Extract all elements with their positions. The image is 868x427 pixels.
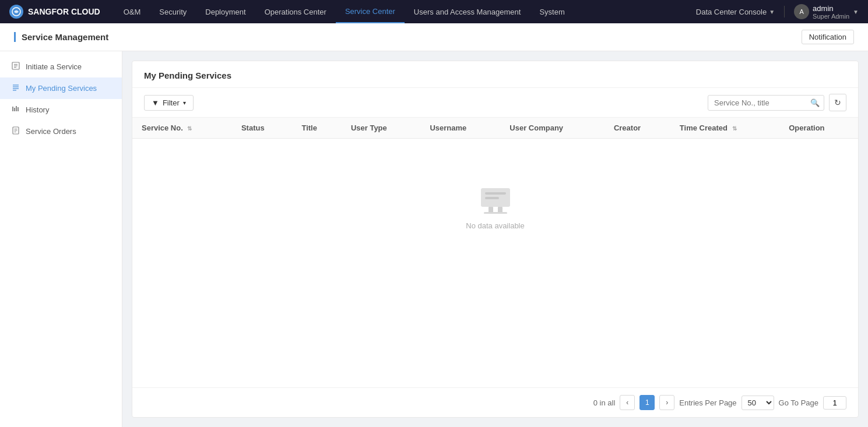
logo-icon: [9, 5, 23, 19]
user-details: admin Super Admin: [813, 4, 849, 20]
user-role: Super Admin: [813, 13, 849, 20]
search-icon-button[interactable]: 🔍: [810, 98, 820, 107]
orders-icon: [12, 126, 20, 136]
main-layout: Initiate a Service My Pending Services H…: [0, 51, 868, 427]
svg-rect-21: [498, 207, 502, 213]
card-footer: 0 in all ‹ 1 › Entries Per Page 50 10 20…: [132, 387, 858, 417]
empty-text: No data available: [466, 221, 524, 230]
goto-page-input[interactable]: [823, 396, 846, 410]
search-area: 🔍 ↻: [708, 94, 846, 111]
table-header-row: Service No. ⇅ Status Title User Type: [132, 118, 858, 139]
refresh-icon: ↻: [834, 98, 841, 107]
avatar: A: [794, 4, 809, 19]
nav-item-system[interactable]: System: [530, 0, 574, 23]
col-operation: Operation: [779, 118, 858, 139]
card-toolbar: ▼ Filter ▾ 🔍 ↻: [132, 88, 858, 118]
svg-rect-11: [16, 106, 17, 111]
nav-item-service-center[interactable]: Service Center: [336, 0, 405, 23]
sidebar-item-initiate[interactable]: Initiate a Service: [0, 56, 122, 77]
user-chevron-icon: ▼: [853, 9, 859, 15]
nav-right: Data Center Console ▼ A admin Super Admi…: [696, 4, 859, 20]
svg-rect-18: [485, 192, 506, 195]
card-title: My Pending Services: [144, 70, 231, 80]
col-user-type: User Type: [342, 118, 421, 139]
sidebar-item-pending[interactable]: My Pending Services: [0, 77, 122, 99]
sidebar-label-history: History: [26, 105, 49, 114]
col-user-company: User Company: [500, 118, 605, 139]
initiate-icon: [12, 62, 20, 72]
sidebar-label-pending: My Pending Services: [26, 84, 97, 93]
sidebar-item-history[interactable]: History: [0, 99, 122, 121]
svg-rect-10: [14, 108, 15, 111]
sort-icon: ⇅: [187, 125, 192, 132]
search-input[interactable]: [708, 95, 824, 111]
top-navigation: SANGFOR CLOUD O&M Security Deployment Op…: [0, 0, 868, 23]
svg-rect-22: [484, 212, 507, 214]
page-header: Service Management Notification: [0, 23, 868, 51]
nav-divider: [784, 6, 785, 17]
col-creator: Creator: [605, 118, 670, 139]
content-card: My Pending Services ▼ Filter ▾ 🔍 ↻: [132, 61, 859, 418]
pagination-total: 0 in all: [593, 398, 616, 407]
history-icon: [12, 105, 20, 115]
filter-chevron-icon: ▾: [183, 100, 186, 106]
entries-per-page-select[interactable]: 50 10 20 100: [742, 396, 774, 410]
nav-item-deployment[interactable]: Deployment: [196, 0, 255, 23]
page-title: Service Management: [14, 32, 108, 42]
col-status: Status: [232, 118, 293, 139]
nav-item-om[interactable]: O&M: [114, 0, 150, 23]
pagination-next-button[interactable]: ›: [659, 395, 674, 410]
svg-rect-19: [485, 197, 499, 199]
entries-label: Entries Per Page: [679, 398, 736, 407]
username: admin: [813, 4, 849, 13]
pending-icon: [12, 83, 20, 93]
search-input-wrap: 🔍: [708, 95, 824, 111]
svg-rect-20: [489, 207, 493, 213]
sidebar-item-orders[interactable]: Service Orders: [0, 121, 122, 142]
svg-rect-12: [17, 107, 19, 111]
refresh-button[interactable]: ↻: [829, 94, 846, 111]
data-center-chevron-icon: ▼: [769, 9, 775, 15]
data-center-label: Data Center Console: [696, 8, 767, 16]
table-wrap: Service No. ⇅ Status Title User Type: [132, 118, 858, 387]
sidebar-label-orders: Service Orders: [26, 127, 76, 136]
brand-logo[interactable]: SANGFOR CLOUD: [9, 5, 100, 19]
nav-item-users-access[interactable]: Users and Access Management: [405, 0, 530, 23]
col-title: Title: [292, 118, 341, 139]
svg-rect-9: [12, 107, 13, 111]
sidebar-label-initiate: Initiate a Service: [26, 62, 82, 71]
filter-button[interactable]: ▼ Filter ▾: [144, 95, 194, 111]
pagination-page-1-button[interactable]: 1: [639, 395, 655, 410]
col-username: Username: [420, 118, 500, 139]
col-service-no[interactable]: Service No. ⇅: [132, 118, 232, 139]
card-header: My Pending Services: [132, 61, 858, 88]
col-time-created[interactable]: Time Created ⇅: [670, 118, 779, 139]
sidebar: Initiate a Service My Pending Services H…: [0, 51, 122, 427]
services-table: Service No. ⇅ Status Title User Type: [132, 118, 858, 139]
filter-label: Filter: [163, 98, 180, 107]
user-menu[interactable]: A admin Super Admin ▼: [794, 4, 859, 20]
filter-icon: ▼: [152, 98, 159, 107]
nav-items: O&M Security Deployment Operations Cente…: [114, 0, 696, 23]
notification-button[interactable]: Notification: [802, 30, 854, 44]
nav-item-security[interactable]: Security: [150, 0, 196, 23]
data-center-console[interactable]: Data Center Console ▼: [696, 8, 775, 16]
sort-icon: ⇅: [732, 125, 737, 132]
empty-icon: [478, 185, 513, 214]
nav-item-operations-center[interactable]: Operations Center: [255, 0, 336, 23]
pagination-prev-button[interactable]: ‹: [620, 395, 635, 410]
empty-state: No data available: [132, 139, 858, 277]
content-area: My Pending Services ▼ Filter ▾ 🔍 ↻: [122, 51, 868, 427]
brand-name: SANGFOR CLOUD: [28, 7, 100, 16]
goto-label: Go To Page: [779, 398, 818, 407]
